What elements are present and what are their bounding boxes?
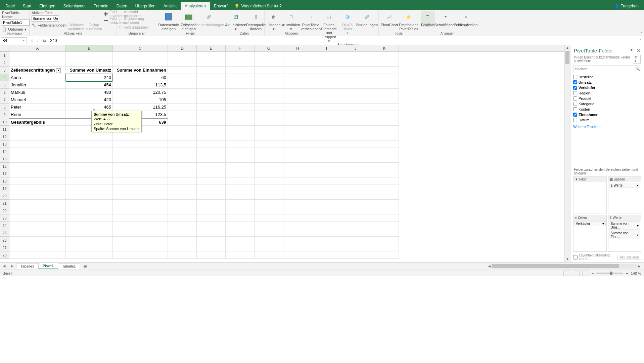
cell-C5[interactable]: 113,5 [113,81,168,89]
cell-E6[interactable] [197,89,226,96]
cell-C25[interactable] [113,229,168,237]
sheet-tab-tabelle1[interactable]: Tabelle1 [58,263,80,269]
cell-D10[interactable] [168,118,197,126]
cell-E1[interactable] [197,52,226,59]
cell-I16[interactable] [312,163,341,170]
cell-J23[interactable] [341,214,370,222]
cell-J18[interactable] [341,177,370,185]
cell-D20[interactable] [168,192,197,200]
row-header[interactable]: 8 [0,104,9,111]
cell-H13[interactable] [283,140,312,148]
cell-G22[interactable] [255,207,283,214]
cell-K22[interactable] [370,207,399,214]
cell-J1[interactable] [341,52,370,59]
datasource-button[interactable]: 🗄Datenquelle ändern [246,11,265,31]
cell-C18[interactable] [113,177,168,185]
cell-I9[interactable] [312,111,341,118]
cell-E26[interactable] [197,237,226,244]
cell-H3[interactable] [283,67,312,74]
cell-I21[interactable] [312,200,341,207]
cell-F19[interactable] [226,185,255,192]
cell-K9[interactable] [370,111,399,118]
tab-daten[interactable]: Daten [112,2,131,10]
cell-J20[interactable] [341,192,370,200]
cell-C2[interactable] [113,59,168,67]
headers-toggle[interactable]: ≡Feldkopfzeilen [456,11,475,27]
cell-B1[interactable] [66,52,113,59]
cell-I27[interactable] [312,244,341,251]
col-header-H[interactable]: H [283,45,312,51]
cell-B26[interactable] [66,237,113,244]
cell-J12[interactable] [341,133,370,140]
columns-area[interactable]: ▦Spalten Σ Werte▾ [608,176,642,213]
cell-K18[interactable] [370,177,399,185]
row-header[interactable]: 19 [0,185,9,192]
cell-G27[interactable] [255,244,283,251]
tab-datei[interactable]: Datei [1,2,19,10]
select-button[interactable]: ☐Auswählen ▾ [282,11,300,31]
cell-D22[interactable] [168,207,197,214]
normal-view-icon[interactable] [563,271,570,276]
cell-A19[interactable] [9,185,66,192]
area-item[interactable]: Summe von Ums...▾ [609,221,641,230]
cell-D15[interactable] [168,155,197,163]
cell-E21[interactable] [197,200,226,207]
cell-A3[interactable]: Zeilenbeschriftungen▾ [9,67,66,74]
col-header-E[interactable]: E [197,45,226,51]
cell-C19[interactable] [113,185,168,192]
cell-H4[interactable] [283,74,312,81]
tell-me-search[interactable]: 💡 Was möchten Sie tun? [234,4,282,8]
row-header[interactable]: 4 [0,74,9,81]
cell-F10[interactable] [226,118,255,126]
sheet-tab-tabelle3[interactable]: Tabelle3 [16,263,39,269]
cell-C3[interactable]: Summe von Einnahmen [113,67,168,74]
cell-G21[interactable] [255,200,283,207]
cell-I1[interactable] [312,52,341,59]
cell-E19[interactable] [197,185,226,192]
cell-I18[interactable] [312,177,341,185]
field-checkbox[interactable] [573,113,577,117]
cell-A22[interactable] [9,207,66,214]
cell-G6[interactable] [255,89,283,96]
collapse-ribbon-icon[interactable]: ˄ [640,32,642,35]
cell-J4[interactable] [341,74,370,81]
cell-B25[interactable] [66,229,113,237]
fieldlist-button[interactable]: ☰Feldliste [421,11,435,27]
cell-F8[interactable] [226,104,255,111]
row-header[interactable]: 21 [0,200,9,207]
add-sheet-icon[interactable]: ⊕ [80,264,91,269]
cell-D21[interactable] [168,200,197,207]
cell-K4[interactable] [370,74,399,81]
row-header[interactable]: 1 [0,52,9,59]
tab-seitenlayout[interactable]: Seitenlayout [59,2,90,10]
field-item[interactable]: Datum [573,117,641,123]
cell-H26[interactable] [283,237,312,244]
cell-H23[interactable] [283,214,312,222]
horizontal-scrollbar[interactable]: ◀ ▶ [487,264,641,269]
cell-D5[interactable] [168,81,197,89]
cell-H7[interactable] [283,96,312,104]
recommended-button[interactable]: ⭐Empfohlene PivotTables [399,11,418,31]
cell-C24[interactable] [113,222,168,229]
cell-E2[interactable] [197,59,226,67]
af-settings-button[interactable]: 🔧 Feldeinstellungen [32,22,66,28]
row-header[interactable]: 12 [0,133,9,140]
slicer-button[interactable]: Datenschnitt einfügen [159,11,178,31]
cell-G11[interactable] [255,126,283,133]
cell-C26[interactable] [113,237,168,244]
cell-K11[interactable] [370,126,399,133]
field-item[interactable]: Region [573,90,641,96]
cell-C21[interactable] [113,200,168,207]
cell-E23[interactable] [197,214,226,222]
cell-K15[interactable] [370,155,399,163]
cell-E7[interactable] [197,96,226,104]
cell-B23[interactable] [66,214,113,222]
cell-F1[interactable] [226,52,255,59]
zoom-in-icon[interactable]: + [626,271,628,275]
cell-F26[interactable] [226,237,255,244]
cell-K23[interactable] [370,214,399,222]
cell-D23[interactable] [168,214,197,222]
cell-A20[interactable] [9,192,66,200]
cell-G25[interactable] [255,229,283,237]
cell-F14[interactable] [226,148,255,155]
